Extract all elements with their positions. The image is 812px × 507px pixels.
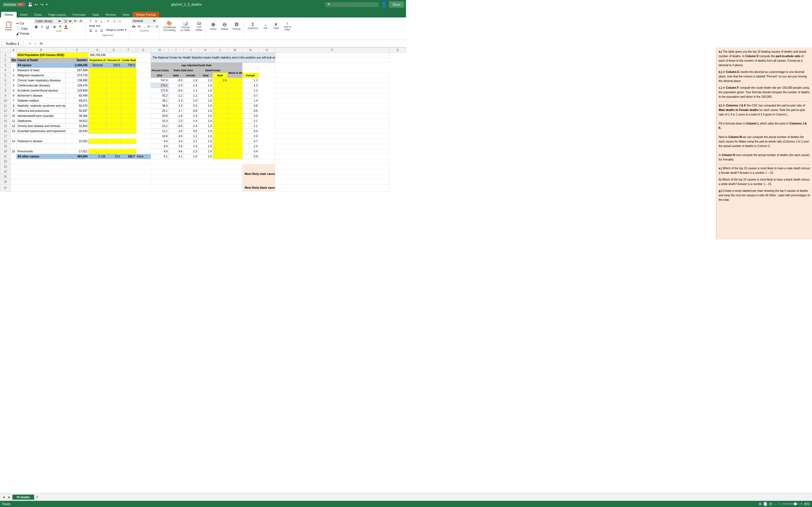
- table-row[interactable]: 4 1 Diseases of heart 597,689 Percent Ch…: [0, 68, 406, 73]
- col-header-P[interactable]: P: [275, 48, 389, 53]
- table-row[interactable]: 14 11 Septicemia 34,812 15.3 1.3 1.4 1.0: [0, 119, 406, 124]
- italic-button[interactable]: I: [40, 24, 45, 29]
- align-bottom-button[interactable]: ⊥: [99, 18, 104, 24]
- paste-button[interactable]: 📋 Paste: [2, 18, 15, 33]
- col-header-I[interactable]: I: [168, 48, 183, 53]
- col-header-A[interactable]: A: [11, 48, 17, 53]
- font-color-button[interactable]: A: [63, 24, 68, 29]
- indent-decrease-button[interactable]: ←|: [116, 18, 121, 24]
- undo-icon[interactable]: ↩: [35, 2, 38, 7]
- cut-button[interactable]: ✂ Cut: [15, 21, 30, 26]
- merge-center-button[interactable]: Merge & Center ▾: [105, 28, 127, 33]
- table-row[interactable]: 18 14 Parkinson's disease 22,032 9.4 3.3…: [0, 139, 406, 144]
- grid-area[interactable]: A B C D E F G H I J K L M N: [0, 47, 406, 239]
- table-row[interactable]: 1 2010 Population (US Census 2010): 308,…: [0, 53, 406, 58]
- table-row[interactable]: 8 5 Accidents (unintentional injuries) 1…: [0, 88, 406, 93]
- cancel-formula-button[interactable]: ✕: [28, 41, 32, 46]
- table-row[interactable]: 6 3 Chronic lower respiratory diseases 1…: [0, 78, 406, 83]
- confirm-formula-button[interactable]: ✓: [33, 41, 38, 46]
- increase-font-icon[interactable]: A↑: [73, 18, 79, 24]
- decrease-font-icon[interactable]: A↓: [79, 18, 84, 24]
- col-header-L[interactable]: L: [213, 48, 227, 53]
- table-row[interactable]: 10 7 Diabetes mellitus 69,071 39.1 -1.3 …: [0, 98, 406, 103]
- table-row[interactable]: 5 2 Malignant neoplasms 574,743 2010 Mal…: [0, 73, 406, 78]
- function-button[interactable]: fx: [39, 42, 44, 46]
- table-row[interactable]: 24: [0, 169, 406, 174]
- clear-button[interactable]: ✗ Clear: [271, 18, 281, 33]
- align-right-button[interactable]: ☷: [99, 28, 104, 33]
- save-icon[interactable]: 💾: [28, 2, 33, 7]
- tab-shape-format[interactable]: Shape Format: [133, 12, 159, 17]
- table-row[interactable]: 25: [0, 174, 406, 179]
- number-format-select[interactable]: General: [132, 18, 157, 23]
- format-painter-button[interactable]: 🖌 Format: [15, 31, 30, 36]
- sort-filter-button[interactable]: ↕ Sort &Filter: [282, 18, 293, 33]
- align-left-button[interactable]: ☰: [88, 28, 93, 33]
- tab-view[interactable]: View: [119, 12, 133, 17]
- conditional-formatting-button[interactable]: 🎨 ConditionalFormatting: [161, 18, 177, 33]
- fill-color-button[interactable]: A: [58, 24, 63, 29]
- table-row[interactable]: 16 13 Essential hypertension and hyperte…: [0, 129, 406, 134]
- tab-draw[interactable]: Draw: [31, 12, 45, 17]
- wrap-text-button[interactable]: Wrap Text: [88, 24, 101, 27]
- currency-button[interactable]: $▾: [132, 24, 137, 29]
- col-header-M[interactable]: M: [227, 48, 242, 53]
- align-top-button[interactable]: ⊤: [88, 18, 93, 24]
- col-header-D[interactable]: D: [89, 48, 107, 53]
- formula-input[interactable]: [45, 41, 405, 46]
- col-header-J[interactable]: J: [183, 48, 198, 53]
- table-row[interactable]: 7 4 Cerebrovascular diseases 129,476 179…: [0, 83, 406, 88]
- tab-review[interactable]: Review: [102, 12, 119, 17]
- format-as-table-button[interactable]: 📊 Formatas Table: [179, 18, 193, 33]
- table-row[interactable]: 22: [0, 159, 406, 164]
- table-row[interactable]: 15 12 Chronic liver disease and cirrhosi…: [0, 124, 406, 129]
- bold-button[interactable]: B: [34, 24, 39, 29]
- table-row[interactable]: 17 10.6 -3.6 1.2 1.0 2.: [0, 134, 406, 139]
- table-row[interactable]: 19 8.0 2.6 1.0 1.0 2.4: [0, 144, 406, 149]
- share-button[interactable]: Share: [389, 2, 404, 7]
- decimal-decrease-button[interactable]: ←.0: [153, 24, 158, 29]
- autosum-button[interactable]: Σ AutoSum: [246, 18, 260, 33]
- align-middle-button[interactable]: ≡: [94, 18, 99, 24]
- cell-styles-button[interactable]: 🗂 CellStyles: [193, 18, 205, 33]
- tab-formulas[interactable]: Formulas: [69, 12, 89, 17]
- font-name-select[interactable]: Calibri (Body): [34, 19, 62, 24]
- customize-icon[interactable]: ▾: [46, 3, 48, 6]
- table-row[interactable]: 12 9 Influenza and pneumonia 50,097 25.1…: [0, 108, 406, 114]
- table-row[interactable]: 20 15 Pneumonitis 17,011 6.8 4.6 2.3 1.0: [0, 149, 406, 154]
- underline-button[interactable]: U: [45, 24, 50, 29]
- search-input[interactable]: [333, 3, 375, 6]
- table-row[interactable]: 21 All other causes 483,694 0.196 19.6 1…: [0, 154, 406, 159]
- table-row[interactable]: 9 6 Alzheimer's disease 83,494 42.2 -1.2…: [0, 93, 406, 98]
- col-header-H[interactable]: H: [151, 48, 168, 53]
- tab-data[interactable]: Data: [89, 12, 102, 17]
- col-header-O[interactable]: O: [259, 48, 275, 53]
- name-box[interactable]: [1, 41, 24, 46]
- fill-button[interactable]: ↓ Fill: [260, 18, 270, 33]
- col-header-E[interactable]: E: [107, 48, 121, 53]
- align-center-button[interactable]: ≡: [94, 28, 99, 33]
- font-size-select[interactable]: 11: [63, 19, 73, 24]
- tab-page-layout[interactable]: Page Layout: [45, 12, 69, 17]
- table-row[interactable]: 3 All causes 2,468,435 Decimal 100.0 799…: [0, 63, 406, 68]
- col-header-K[interactable]: K: [198, 48, 213, 53]
- table-row[interactable]: 26: [0, 179, 406, 184]
- autosave-toggle[interactable]: AutoSave OFF: [2, 3, 26, 7]
- indent-increase-button[interactable]: →|: [111, 18, 116, 24]
- account-icon[interactable]: 👤: [381, 1, 387, 8]
- col-header-Q[interactable]: Q: [389, 48, 406, 53]
- tab-home[interactable]: Home: [1, 12, 17, 17]
- insert-cells-button[interactable]: ⊕ Insert: [208, 18, 218, 33]
- orientation-button[interactable]: ↗: [105, 18, 110, 24]
- table-row[interactable]: 23 Most likely male cause:: [0, 164, 406, 169]
- decimal-increase-button[interactable]: .0→: [147, 24, 153, 29]
- table-row[interactable]: 11 8 Nephritis, nephrotic syndrome and n…: [0, 103, 406, 108]
- delete-cells-button[interactable]: ⊖ Delete: [219, 18, 230, 33]
- table-row[interactable]: 27 Most likely black cause:: [0, 184, 406, 191]
- table-row[interactable]: 13 10 Intentionalself-harm (suicide) 38,…: [0, 114, 406, 119]
- borders-button[interactable]: ⊞: [52, 24, 57, 29]
- format-cells-button[interactable]: ⚙ Format: [231, 18, 243, 33]
- col-header-N[interactable]: N: [242, 48, 259, 53]
- redo-icon[interactable]: ↪: [40, 2, 44, 7]
- col-header-F[interactable]: F: [121, 48, 136, 53]
